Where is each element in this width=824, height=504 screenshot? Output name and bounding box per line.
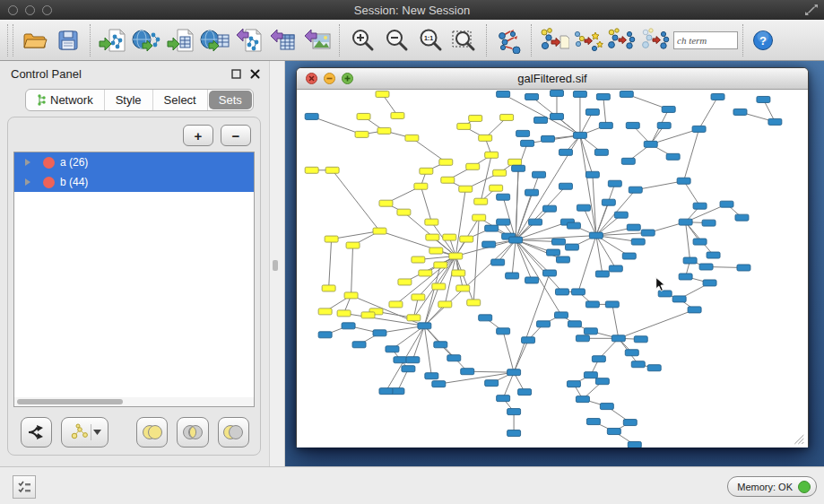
graph-node-blue[interactable] xyxy=(693,203,707,209)
zoom-actual-button[interactable]: 1:1 xyxy=(413,24,447,56)
graph-node-blue[interactable] xyxy=(556,256,569,263)
graph-node-blue[interactable] xyxy=(552,239,566,245)
graph-node-blue[interactable] xyxy=(683,257,697,264)
graph-node-blue[interactable] xyxy=(432,381,446,387)
import-network-url-button[interactable] xyxy=(130,24,164,56)
graph-node-blue[interactable] xyxy=(595,271,609,277)
graph-node-blue[interactable] xyxy=(447,355,461,361)
graph-node-yellow[interactable] xyxy=(379,200,393,206)
graph-node-blue[interactable] xyxy=(507,430,521,437)
graph-node-blue[interactable] xyxy=(518,389,532,395)
graph-node-blue[interactable] xyxy=(629,187,642,193)
graph-node-blue[interactable] xyxy=(688,307,701,313)
graph-node-blue[interactable] xyxy=(611,335,625,342)
network-graph[interactable] xyxy=(297,90,808,448)
graph-node-yellow[interactable] xyxy=(414,183,428,189)
scrollbar-thumb[interactable] xyxy=(17,399,123,404)
graph-node-blue[interactable] xyxy=(699,264,713,270)
graph-node-yellow[interactable] xyxy=(456,285,470,291)
graph-node-blue[interactable] xyxy=(543,205,557,212)
remove-set-button[interactable]: − xyxy=(221,125,251,146)
graph-node-blue[interactable] xyxy=(497,328,510,335)
graph-node-yellow[interactable] xyxy=(429,248,443,254)
graph-node-blue[interactable] xyxy=(666,153,680,160)
expander-icon[interactable] xyxy=(25,178,30,186)
graph-node-blue[interactable] xyxy=(543,270,557,276)
search-input[interactable] xyxy=(673,31,738,49)
graph-node-blue[interactable] xyxy=(757,96,770,102)
graph-node-yellow[interactable] xyxy=(425,219,438,225)
graph-node-yellow[interactable] xyxy=(412,256,425,263)
graph-node-blue[interactable] xyxy=(641,230,655,236)
graph-node-yellow[interactable] xyxy=(500,114,514,120)
graph-node-blue[interactable] xyxy=(702,220,716,226)
graph-node-blue[interactable] xyxy=(479,315,492,321)
graph-node-yellow[interactable] xyxy=(466,163,480,169)
graph-node-blue[interactable] xyxy=(559,183,572,189)
zoom-out-button[interactable] xyxy=(379,24,413,56)
graph-node-yellow[interactable] xyxy=(305,167,318,173)
graph-node-blue[interactable] xyxy=(720,201,733,207)
graph-node-yellow[interactable] xyxy=(441,177,455,183)
graph-node-blue[interactable] xyxy=(406,357,420,363)
graph-node-blue[interactable] xyxy=(418,323,431,329)
graph-node-blue[interactable] xyxy=(602,199,615,205)
graph-node-yellow[interactable] xyxy=(391,112,404,118)
import-table-url-button[interactable] xyxy=(198,24,232,56)
graph-node-blue[interactable] xyxy=(491,259,505,265)
graph-node-blue[interactable] xyxy=(737,265,750,271)
minimize-window-button[interactable] xyxy=(25,5,35,15)
graph-node-blue[interactable] xyxy=(571,289,585,295)
graph-node-yellow[interactable] xyxy=(346,242,360,248)
graph-node-blue[interactable] xyxy=(537,321,551,327)
graph-node-blue[interactable] xyxy=(506,273,519,279)
graph-node-blue[interactable] xyxy=(627,224,640,230)
graph-node-blue[interactable] xyxy=(585,301,599,308)
network-canvas[interactable] xyxy=(297,90,808,448)
close-panel-icon[interactable] xyxy=(250,69,260,79)
graph-node-blue[interactable] xyxy=(402,366,415,372)
graph-node-blue[interactable] xyxy=(342,323,355,329)
graph-node-blue[interactable] xyxy=(521,140,534,146)
graph-node-blue[interactable] xyxy=(585,171,599,178)
save-session-button[interactable] xyxy=(51,24,85,56)
graph-node-blue[interactable] xyxy=(318,332,332,338)
graph-node-blue[interactable] xyxy=(692,126,706,132)
graph-node-blue[interactable] xyxy=(525,277,539,283)
graph-node-yellow[interactable] xyxy=(434,262,447,268)
graph-node-blue[interactable] xyxy=(497,91,510,97)
graph-node-blue[interactable] xyxy=(551,113,564,119)
graph-node-blue[interactable] xyxy=(573,91,586,97)
graph-node-yellow[interactable] xyxy=(460,236,473,242)
graph-node-blue[interactable] xyxy=(609,265,622,272)
graph-node-yellow[interactable] xyxy=(325,236,338,242)
graph-node-yellow[interactable] xyxy=(439,159,453,165)
graph-node-yellow[interactable] xyxy=(457,123,471,129)
graph-node-yellow[interactable] xyxy=(474,198,488,204)
graph-node-blue[interactable] xyxy=(657,122,671,128)
graph-node-blue[interactable] xyxy=(542,135,555,142)
graph-node-blue[interactable] xyxy=(621,158,635,164)
graph-node-blue[interactable] xyxy=(662,106,675,112)
open-session-button[interactable] xyxy=(17,24,51,56)
network-window-titlebar[interactable]: galFiltered.sif xyxy=(297,68,808,90)
minimize-view-button[interactable] xyxy=(324,73,335,84)
graph-node-blue[interactable] xyxy=(379,388,393,395)
zoom-fit-button[interactable] xyxy=(447,24,481,56)
horizontal-scrollbar[interactable] xyxy=(13,397,255,407)
graph-node-blue[interactable] xyxy=(497,395,510,402)
import-table-file-button[interactable] xyxy=(164,24,198,56)
toolbar-drag-handle[interactable] xyxy=(7,24,13,56)
graph-node-blue[interactable] xyxy=(584,328,597,335)
graph-node-blue[interactable] xyxy=(522,337,535,343)
graph-node-yellow[interactable] xyxy=(459,186,473,192)
tab-sets[interactable]: Sets xyxy=(209,91,252,109)
graph-node-yellow[interactable] xyxy=(426,234,439,240)
graph-node-blue[interactable] xyxy=(600,404,613,410)
graph-node-blue[interactable] xyxy=(507,409,521,415)
graph-node-blue[interactable] xyxy=(555,289,568,295)
graph-node-yellow[interactable] xyxy=(452,270,465,276)
graph-node-blue[interactable] xyxy=(565,244,578,250)
graph-node-blue[interactable] xyxy=(625,350,638,356)
graph-node-yellow[interactable] xyxy=(344,292,358,299)
